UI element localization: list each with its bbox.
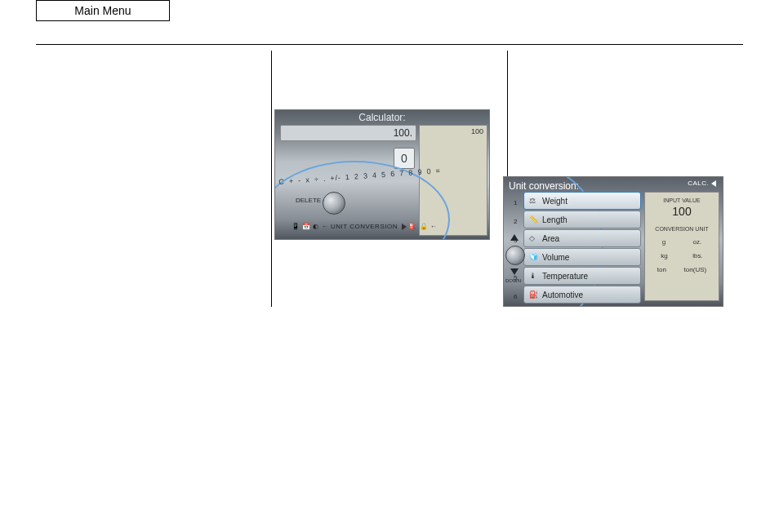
- unit-item-label: Area: [542, 234, 559, 243]
- unit-item-automotive[interactable]: ⛽ Automotive: [523, 286, 641, 304]
- horizontal-rule: [36, 44, 743, 45]
- calc-return-label: CALC.: [688, 180, 709, 187]
- unit-side-panel: INPUT VALUE 100 CONVERSION UNIT g oz. kg…: [644, 192, 719, 301]
- weight-icon: ⚖: [529, 197, 539, 205]
- unit-from: g: [662, 238, 665, 246]
- calculator-title: Calculator:: [275, 112, 489, 123]
- unit-from: ton: [657, 266, 666, 273]
- unit-item-label: Volume: [542, 253, 569, 262]
- column-1: [36, 51, 271, 307]
- calculator-display: 100.: [280, 125, 416, 141]
- area-icon: ◇: [529, 234, 539, 242]
- row-num: 2: [514, 212, 517, 231]
- triangle-right-icon: [402, 224, 407, 230]
- unit-from: kg: [661, 252, 667, 259]
- unit-item-label: Automotive: [542, 290, 583, 299]
- row-num: 1: [514, 193, 517, 212]
- icon-cluster-right: ⛽ 🔒 ←: [408, 223, 437, 230]
- input-value: 100: [648, 205, 715, 218]
- unit-item-weight[interactable]: ⚖ Weight: [523, 192, 641, 210]
- input-value-label: INPUT VALUE: [648, 197, 715, 203]
- unit-conversion-screenshot: Unit conversion: CALC. 1 2 3 4 5 6 ⚖ Wei…: [503, 176, 723, 307]
- column-2: Calculator: 100. 100 0 C + - x ÷ . +/- 1…: [272, 51, 507, 307]
- volume-icon: 🧊: [529, 253, 539, 261]
- unit-to: lbs.: [692, 252, 702, 259]
- triangle-left-icon: [711, 180, 716, 187]
- unit-pair-row[interactable]: ton ton(US): [648, 266, 715, 273]
- conversion-unit-label: CONVERSION UNIT: [648, 226, 715, 232]
- unit-category-list: ⚖ Weight 📏 Length ◇ Area 🧊 Volume 🌡: [523, 192, 641, 304]
- unit-knob[interactable]: [505, 246, 525, 265]
- icon-cluster-left: 📱 📅 ◐ ←: [292, 223, 328, 230]
- unit-conversion-title: Unit conversion:: [509, 180, 579, 192]
- calculator-screenshot: Calculator: 100. 100 0 C + - x ÷ . +/- 1…: [274, 109, 490, 240]
- unit-item-volume[interactable]: 🧊 Volume: [523, 248, 641, 266]
- unit-pair-row[interactable]: g oz.: [648, 238, 715, 246]
- calculator-key-zero[interactable]: 0: [394, 148, 415, 169]
- content-columns: Calculator: 100. 100 0 C + - x ÷ . +/- 1…: [36, 51, 743, 307]
- scroll-down-icon[interactable]: [510, 268, 519, 275]
- unit-to: ton(US): [684, 266, 707, 273]
- unit-item-temperature[interactable]: 🌡 Temperature: [523, 267, 641, 285]
- unit-pair-row[interactable]: kg lbs.: [648, 252, 715, 259]
- down-label: DOWN: [505, 278, 521, 283]
- automotive-icon: ⛽: [529, 290, 539, 299]
- unit-to: oz.: [693, 238, 702, 246]
- calc-return-button[interactable]: CALC.: [688, 180, 718, 187]
- unit-item-area[interactable]: ◇ Area: [523, 229, 641, 247]
- row-num: 6: [514, 287, 517, 306]
- calculator-bottom-row[interactable]: 📱 📅 ◐ ← UNIT CONVERSION ⛽ 🔒 ←: [292, 223, 437, 230]
- calculator-side-panel: 100: [419, 125, 487, 236]
- unit-item-label: Weight: [542, 197, 568, 206]
- unit-item-label: Length: [542, 215, 568, 224]
- length-icon: 📏: [529, 215, 539, 224]
- unit-item-length[interactable]: 📏 Length: [523, 211, 641, 228]
- calculator-knob[interactable]: [323, 192, 345, 215]
- temperature-icon: 🌡: [529, 272, 539, 280]
- calculator-arc-keys[interactable]: C + - x ÷ . +/- 1 2 3 4 5 6 7 8 9 0 =: [278, 166, 441, 186]
- scroll-up-icon[interactable]: [510, 234, 519, 241]
- main-menu-button[interactable]: Main Menu: [36, 0, 170, 21]
- delete-text: DELETE: [296, 197, 321, 204]
- unit-conversion-label: UNIT CONVERSION: [331, 223, 398, 230]
- unit-item-label: Temperature: [542, 272, 588, 281]
- column-3: Unit conversion: CALC. 1 2 3 4 5 6 ⚖ Wei…: [508, 51, 743, 307]
- main-menu-label: Main Menu: [74, 4, 131, 17]
